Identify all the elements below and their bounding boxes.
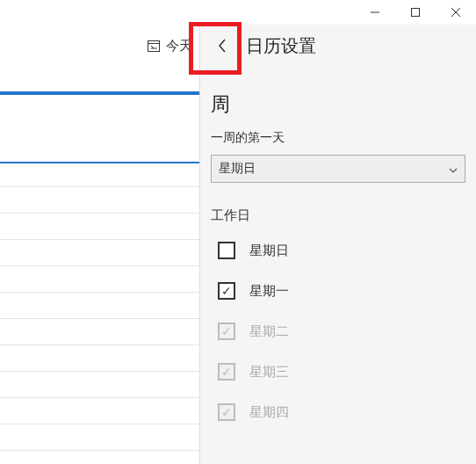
- check-icon: ✓: [221, 406, 232, 418]
- calendar-toolbar: 今天: [0, 25, 199, 67]
- grid-line: [0, 213, 199, 214]
- maximize-icon: [411, 8, 420, 17]
- close-button[interactable]: [436, 0, 476, 25]
- checkbox[interactable]: ✓: [218, 282, 235, 300]
- check-icon: ✓: [221, 325, 232, 337]
- minimize-icon: [371, 8, 379, 17]
- grid-line: [0, 397, 199, 398]
- checkbox-label: 星期四: [249, 404, 289, 421]
- settings-header: 日历设置: [211, 25, 465, 67]
- settings-panel: 日历设置 周 一周的第一天 星期日 工作日 星期日✓星期一✓星期二✓星期三✓星期…: [199, 25, 476, 464]
- back-button[interactable]: [200, 25, 244, 68]
- checkbox[interactable]: [218, 242, 235, 259]
- check-icon: ✓: [221, 285, 232, 297]
- today-button[interactable]: 今天: [147, 38, 192, 54]
- checkbox: ✓: [218, 403, 235, 421]
- maximize-button[interactable]: [395, 0, 436, 25]
- window-titlebar: [0, 0, 476, 25]
- checkbox-label: 星期三: [249, 364, 289, 381]
- svg-rect-4: [148, 41, 160, 52]
- grid-line: [0, 424, 199, 424]
- settings-title: 日历设置: [246, 34, 316, 58]
- grid-line: [0, 239, 199, 240]
- workdays-label: 工作日: [211, 207, 465, 224]
- checkbox-label: 星期二: [249, 323, 289, 340]
- grid-line: [0, 292, 199, 293]
- checkbox: ✓: [218, 363, 235, 381]
- today-button-label: 今天: [166, 38, 192, 54]
- workday-checkbox-row[interactable]: 星期日: [211, 242, 465, 259]
- checkbox: ✓: [218, 323, 235, 340]
- chevron-down-icon: [449, 162, 458, 176]
- grid-line: [0, 318, 199, 319]
- close-icon: [451, 8, 460, 17]
- calendar-column: 今天: [0, 25, 199, 464]
- calendar-today-icon: [147, 39, 161, 53]
- calendar-grid[interactable]: [0, 95, 199, 464]
- checkbox-label: 星期一: [249, 283, 289, 300]
- workday-checkbox-row: ✓星期三: [211, 363, 465, 381]
- minimize-button[interactable]: [355, 0, 395, 25]
- workday-checkbox-row: ✓星期四: [211, 403, 465, 421]
- first-day-dropdown[interactable]: 星期日: [211, 155, 465, 183]
- svg-rect-1: [412, 9, 420, 17]
- grid-line: [0, 265, 199, 266]
- grid-line: [0, 186, 199, 187]
- chevron-left-icon: [217, 38, 227, 54]
- checkbox-label: 星期日: [249, 243, 289, 259]
- grid-line: [0, 371, 199, 372]
- week-section-heading: 周: [211, 91, 465, 118]
- calendar-divider: [0, 162, 199, 163]
- workday-checkbox-row: ✓星期二: [211, 323, 465, 340]
- workday-checkbox-row[interactable]: ✓星期一: [211, 282, 465, 300]
- grid-line: [0, 344, 199, 345]
- grid-line: [0, 450, 199, 451]
- first-day-value: 星期日: [219, 161, 256, 177]
- workday-checkbox-list: 星期日✓星期一✓星期二✓星期三✓星期四: [211, 242, 465, 421]
- first-day-label: 一周的第一天: [211, 130, 465, 146]
- main-area: 今天 日历设置 周: [0, 25, 476, 464]
- check-icon: ✓: [221, 366, 232, 378]
